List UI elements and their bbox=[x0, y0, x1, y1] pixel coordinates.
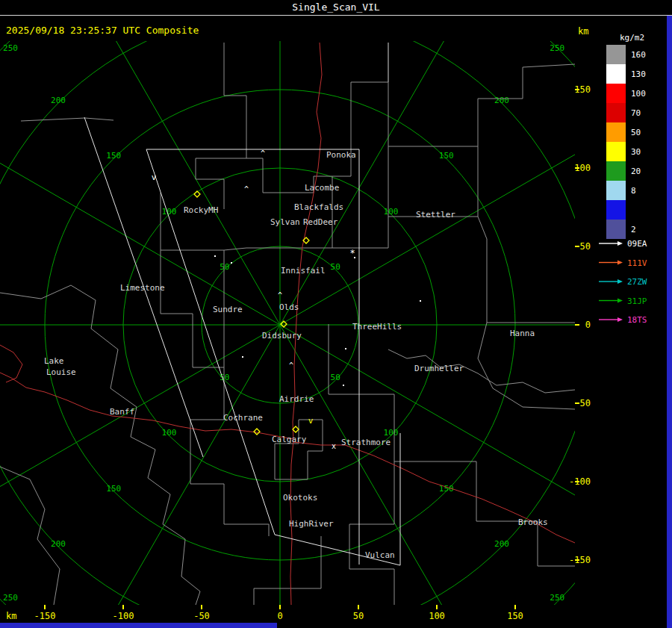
county-boundary bbox=[478, 217, 575, 323]
radar-arrow-head bbox=[617, 317, 623, 322]
legend-value: 70 bbox=[631, 108, 641, 118]
axis-label-right: -50 bbox=[574, 398, 591, 408]
city-label: Sylvan bbox=[270, 217, 300, 227]
highway bbox=[293, 442, 575, 543]
legend-value: 20 bbox=[631, 167, 641, 176]
city-label: Olds bbox=[279, 302, 299, 312]
axis-label-bottom: 100 bbox=[429, 611, 445, 621]
storm-vector-mark: v bbox=[152, 172, 157, 182]
county-boundary bbox=[275, 420, 323, 479]
ring-distance-label: 50 bbox=[220, 262, 229, 272]
county-boundary bbox=[349, 461, 394, 605]
county-boundary bbox=[388, 146, 478, 217]
town-marker: ^ bbox=[244, 185, 249, 193]
county-boundary bbox=[0, 467, 60, 605]
ring-distance-label: 250 bbox=[3, 43, 18, 53]
legend-swatch bbox=[606, 122, 626, 142]
legend-value: 130 bbox=[631, 69, 646, 79]
county-boundary bbox=[332, 176, 388, 248]
town-marker: ^ bbox=[261, 149, 265, 158]
storm-vector-mark: v bbox=[308, 416, 314, 426]
axis-label-bottom: 0 bbox=[277, 611, 282, 621]
legend-value: 50 bbox=[631, 128, 641, 137]
right-axis-unit-label: km bbox=[578, 26, 588, 37]
axis-label-right: 100 bbox=[574, 163, 591, 173]
legend-swatch bbox=[606, 220, 626, 239]
axis-label-bottom: -100 bbox=[113, 611, 134, 621]
highway bbox=[0, 373, 293, 439]
ring-distance-label: 100 bbox=[384, 207, 399, 217]
legend-value: 30 bbox=[631, 147, 641, 157]
county-boundary bbox=[190, 367, 269, 536]
echo-asterisk: * bbox=[349, 248, 355, 258]
bottom-axis-unit-label: km bbox=[6, 611, 16, 621]
radar-arrow-head bbox=[617, 241, 623, 246]
county-boundary bbox=[161, 248, 332, 250]
ring-distance-label: 200 bbox=[51, 539, 66, 549]
ring-distance-label: 200 bbox=[494, 96, 509, 105]
ring-distance-label: 50 bbox=[331, 373, 340, 382]
axis-label-right: 50 bbox=[580, 241, 591, 252]
legend-value: 160 bbox=[631, 50, 646, 60]
city-label: Lacombe bbox=[305, 183, 339, 193]
city-label: Blackfalds bbox=[294, 202, 343, 212]
radar-id-label: 27ZW bbox=[627, 277, 647, 287]
window-title-bar: Single_Scan_VIL bbox=[0, 0, 672, 16]
city-label: HighRiver bbox=[289, 519, 334, 529]
town-marker: ^ bbox=[289, 361, 293, 370]
echo-dot bbox=[420, 300, 421, 302]
horizontal-scrollbar[interactable] bbox=[0, 623, 277, 628]
window-title: Single_Scan_VIL bbox=[292, 1, 379, 13]
city-label: Calgary bbox=[272, 435, 307, 444]
echo-dot bbox=[214, 255, 216, 257]
town-marker: ^ bbox=[278, 291, 282, 299]
ring-distance-label: 150 bbox=[106, 484, 121, 494]
legend-swatch bbox=[606, 103, 626, 122]
ring-distance-label: 250 bbox=[550, 43, 564, 53]
axis-label-right: 150 bbox=[574, 84, 591, 95]
ring-distance-label: 200 bbox=[494, 539, 509, 549]
county-boundary bbox=[196, 43, 246, 209]
radar-id-label: 09EA bbox=[627, 239, 647, 249]
city-label: Sundre bbox=[213, 305, 243, 314]
radar-map[interactable]: 5050505010010010010015015015015020020020… bbox=[0, 0, 672, 628]
city-label: Drumheller bbox=[414, 364, 464, 373]
city-label: Louise bbox=[46, 367, 76, 377]
legend-value: 8 bbox=[631, 186, 636, 196]
ring-distance-label: 100 bbox=[162, 428, 177, 438]
city-label: Lake bbox=[44, 356, 64, 366]
ring-distance-label: 200 bbox=[51, 96, 66, 105]
city-label: Cochrane bbox=[223, 413, 263, 423]
legend-swatch bbox=[606, 200, 626, 220]
county-boundary bbox=[71, 285, 200, 605]
city-label: Innisfail bbox=[281, 266, 326, 276]
echo-dot bbox=[343, 385, 344, 386]
radar-id-label: 18TS bbox=[627, 315, 647, 325]
vertical-scrollbar[interactable] bbox=[667, 16, 672, 628]
county-boundary bbox=[21, 118, 113, 121]
legend-swatch bbox=[606, 84, 626, 103]
ring-distance-label: 100 bbox=[162, 207, 177, 217]
ring-distance-label: 150 bbox=[439, 151, 454, 161]
radar-arrow-head bbox=[617, 279, 623, 284]
city-label: Airdrie bbox=[279, 394, 314, 404]
ring-distance-label: 50 bbox=[331, 262, 340, 272]
echo-dot bbox=[242, 356, 243, 358]
city-label: Brooks bbox=[518, 517, 548, 527]
axis-label-right: 0 bbox=[585, 320, 591, 330]
city-label: ThreeHills bbox=[352, 322, 402, 332]
city-label: Vulcan bbox=[365, 550, 395, 560]
echo-dot bbox=[231, 262, 232, 264]
city-label: Limestone bbox=[120, 283, 165, 293]
range-ring bbox=[0, 0, 672, 628]
legend-value: 100 bbox=[631, 89, 646, 99]
axis-label-bottom: -50 bbox=[193, 611, 210, 621]
city-label: Ponoka bbox=[326, 150, 356, 160]
city-label: Banff bbox=[110, 407, 134, 417]
legend-swatch bbox=[606, 142, 626, 161]
city-label: Strathmore bbox=[341, 438, 391, 447]
legend-swatch bbox=[606, 45, 626, 64]
axis-label-bottom: 150 bbox=[507, 611, 523, 621]
city-label: Stettler bbox=[416, 210, 455, 220]
ring-distance-label: 250 bbox=[550, 593, 564, 603]
